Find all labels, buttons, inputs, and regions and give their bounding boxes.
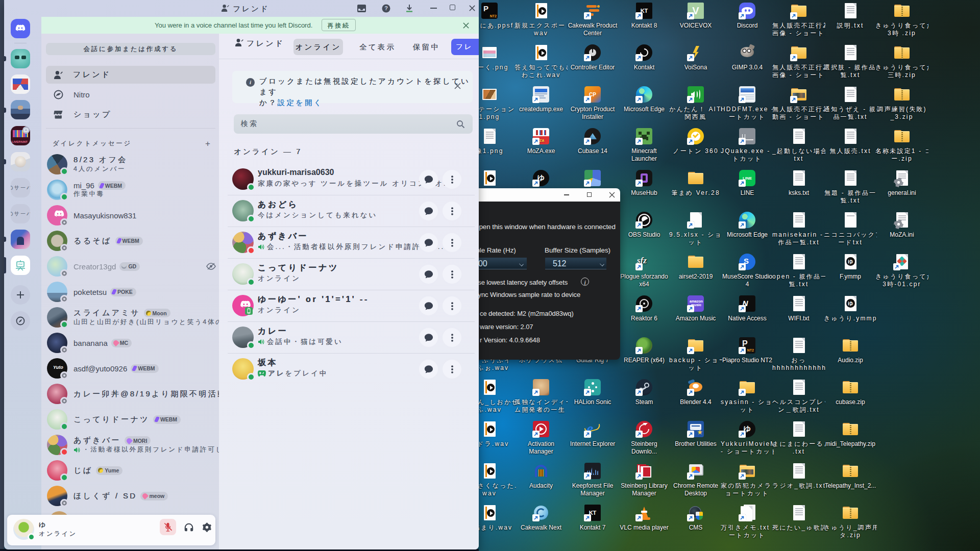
svg-text:?: ?: [384, 5, 388, 11]
